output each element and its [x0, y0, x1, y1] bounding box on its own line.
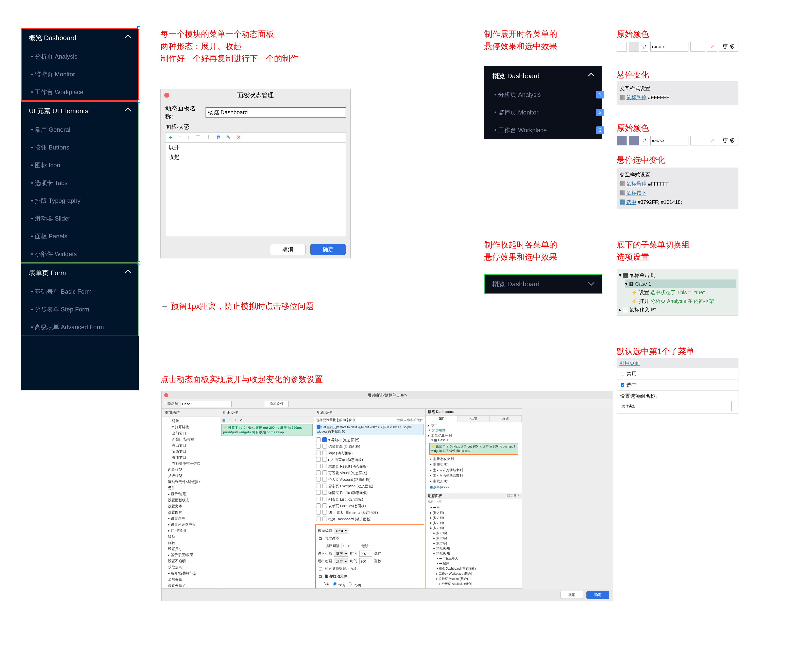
- sidebar-item-icon[interactable]: 图标 Icon: [21, 156, 139, 174]
- ref-page-link[interactable]: 引用页面: [619, 360, 640, 366]
- sidebar-header-dashboard[interactable]: 概览 Dashboard: [21, 28, 139, 48]
- hex-input[interactable]: [650, 42, 688, 51]
- sidebar-item-step-form[interactable]: 分步表单 Step Form: [21, 300, 139, 318]
- exit-anim-select[interactable]: 滚屏: [334, 558, 348, 564]
- resize-handle[interactable]: [137, 26, 140, 29]
- case-name-input[interactable]: [181, 401, 232, 407]
- dialog-title: 面板状态管理: [237, 92, 274, 98]
- eyedropper-icon[interactable]: ⟋: [707, 136, 717, 145]
- selected-action[interactable]: ⚡ 设置 This 为 Next 滚屏 out 200ms 滚屏 in 200m…: [221, 424, 313, 436]
- mini-header[interactable]: 概览 Dashboard: [484, 66, 602, 86]
- outline-tree[interactable]: ▾ ••• 当▸ (长方形)▸ (长方形)▸ (长方形)▸ (长方形)▸ (长方…: [426, 504, 522, 585]
- dir-down-radio[interactable]: [333, 581, 337, 587]
- case-action-chip[interactable]: ⚡ 设置 This 为 Next 滚屏 out 200ms 滚屏 in 200m…: [429, 443, 518, 455]
- ok-button[interactable]: 确定: [310, 244, 346, 255]
- cancel-button[interactable]: 取消: [270, 244, 305, 255]
- sidebar-item-analysis[interactable]: 分析页 Analysis: [21, 48, 139, 66]
- event-click[interactable]: ▾ ▦ 鼠标单击 时: [619, 271, 736, 280]
- mini-item-monitor[interactable]: 监控页 Monitor 2: [484, 104, 602, 121]
- more-events-link[interactable]: 更多事件>>>: [428, 485, 520, 490]
- up-icon[interactable]: ↑: [179, 134, 181, 140]
- hover-link[interactable]: 鼠标悬停: [626, 181, 647, 186]
- loop-checkbox[interactable]: [319, 535, 322, 541]
- editor-ok-button[interactable]: 确定: [586, 591, 609, 599]
- dynamic-panel-list[interactable]: ▾ 导航栏 (动态面板)选择菜单 (动态面板)logo (动态面板)▸ 左面菜单…: [314, 435, 425, 524]
- action-set-selected[interactable]: 设置 选中状态于 This = "true": [631, 288, 736, 297]
- editor-cancel-button[interactable]: 取消: [560, 591, 583, 599]
- sidebar-item-basic-form[interactable]: 基础表单 Basic Form: [21, 283, 139, 300]
- bottom-icon[interactable]: ⊥: [206, 134, 211, 140]
- fill-type-icon[interactable]: [616, 42, 627, 51]
- sidebar-item-buttons[interactable]: 按钮 Buttons: [21, 138, 139, 156]
- tab-properties[interactable]: 属性: [426, 415, 458, 423]
- sidebar-item-slider[interactable]: 滑动器 Slider: [21, 210, 139, 227]
- add-case-link[interactable]: ＋ 添加用例: [428, 428, 520, 432]
- inspector-tabs: 属性 说明 样式: [426, 415, 522, 423]
- sidebar-header-ui[interactable]: UI 元素 UI Elements: [21, 101, 139, 121]
- resize-handle[interactable]: [137, 100, 140, 103]
- window-close-icon[interactable]: [164, 393, 168, 397]
- press-link[interactable]: 鼠标按下: [626, 190, 647, 196]
- eyedropper-icon[interactable]: ⟋: [707, 42, 717, 51]
- states-list: 展开 收起: [165, 143, 346, 162]
- top-icon[interactable]: ⊤: [196, 134, 200, 140]
- inspector-column: 概览 Dashboard 属性 说明 样式 ▾ 交互 ＋ 添加用例 ▾ ▦ 鼠标…: [425, 408, 522, 589]
- organize-header: 组织动作: [220, 409, 314, 417]
- panel-name-input[interactable]: [205, 108, 346, 117]
- disable-checkbox[interactable]: [621, 372, 624, 375]
- chevron-up-icon: [125, 270, 131, 276]
- mini-item-analysis[interactable]: 分析页 Analysis 1: [484, 86, 602, 104]
- down-icon[interactable]: ↓: [187, 134, 190, 140]
- editor-titlebar: 用例编辑<鼠标单击 时>: [162, 391, 613, 399]
- ix-title: 交互样式设置: [619, 170, 735, 179]
- push-pull-checkbox[interactable]: [319, 574, 322, 580]
- show-if-hidden-checkbox[interactable]: [319, 566, 322, 572]
- sidebar-title-dashboard: 概览 Dashboard: [29, 34, 76, 42]
- enter-anim-select[interactable]: 滚屏: [334, 551, 348, 557]
- annotation-text: 每一个模块的菜单一个动态面板 两种形态：展开、收起 制作好一个好再复制进行下一个…: [160, 28, 298, 64]
- edit-icon[interactable]: ✎: [226, 134, 231, 140]
- hex-input[interactable]: [650, 136, 688, 145]
- enter-time-input[interactable]: [359, 551, 372, 557]
- sidebar-item-general[interactable]: 常用 General: [21, 121, 139, 138]
- state-expand[interactable]: 展开: [165, 143, 346, 152]
- sidebar-item-workplace[interactable]: 工作台 Workplace: [21, 83, 139, 101]
- action-tree[interactable]: 链接▾ 打开链接当前窗口新窗口/新标签弹出窗口父级窗口关闭窗口在框架中打开链接内…: [162, 417, 220, 589]
- annotation-text: 制作展开时各菜单的 悬停效果和选中效果: [484, 28, 557, 52]
- selected-checkbox[interactable]: [621, 383, 624, 387]
- tab-style[interactable]: 样式: [490, 415, 522, 423]
- color-swatch[interactable]: [629, 136, 639, 145]
- panel-name-label: 动态面板名称:: [165, 104, 203, 121]
- sidebar-item-typography[interactable]: 排版 Typography: [21, 192, 139, 210]
- add-condition-button[interactable]: 添加条件: [265, 401, 289, 407]
- case-name-bar: 用例名称 添加条件: [162, 399, 613, 408]
- selected-link[interactable]: 选中: [626, 199, 636, 205]
- tab-notes[interactable]: 说明: [458, 415, 490, 423]
- sidebar-item-advanced-form[interactable]: 高级表单 Advanced Form: [21, 318, 139, 336]
- sidebar-item-panels[interactable]: 面板 Panels: [21, 227, 139, 245]
- hover-link[interactable]: 鼠标悬停: [626, 95, 647, 100]
- duplicate-icon[interactable]: ⧉: [217, 134, 220, 140]
- more-button[interactable]: 更 多: [719, 136, 738, 145]
- mini-item-workplace[interactable]: 工作台 Workplace 3: [484, 121, 602, 139]
- add-icon[interactable]: ＋: [167, 134, 173, 140]
- fill-type-icon[interactable]: [616, 136, 627, 145]
- selgroup-input[interactable]: [620, 401, 732, 411]
- event-mouseover[interactable]: ▸ ▦ 鼠标移入 时: [619, 305, 736, 314]
- state-select[interactable]: Next: [334, 528, 348, 534]
- sidebar-header-form[interactable]: 表单页 Form: [21, 263, 139, 283]
- interval-input[interactable]: [342, 543, 359, 549]
- more-button[interactable]: 更 多: [719, 42, 738, 51]
- color-swatch[interactable]: [629, 42, 639, 51]
- sidebar-item-widgets[interactable]: 小部件 Widgets: [21, 245, 139, 263]
- action-open[interactable]: 打开 分析页 Analysis 在 内部框架: [631, 297, 736, 305]
- case-1[interactable]: ▾ ▦ Case 1: [625, 280, 736, 288]
- sidebar-item-monitor[interactable]: 监控页 Monitor: [21, 66, 139, 83]
- sidebar-item-tabs[interactable]: 选项卡 Tabs: [21, 174, 139, 192]
- state-collapse[interactable]: 收起: [165, 152, 346, 162]
- dir-right-radio[interactable]: [349, 581, 352, 587]
- window-close-icon[interactable]: [164, 93, 169, 98]
- exit-time-input[interactable]: [359, 558, 372, 564]
- delete-icon[interactable]: ✕: [236, 134, 241, 140]
- mini-collapsed-header[interactable]: 概览 Dashboard: [484, 274, 602, 294]
